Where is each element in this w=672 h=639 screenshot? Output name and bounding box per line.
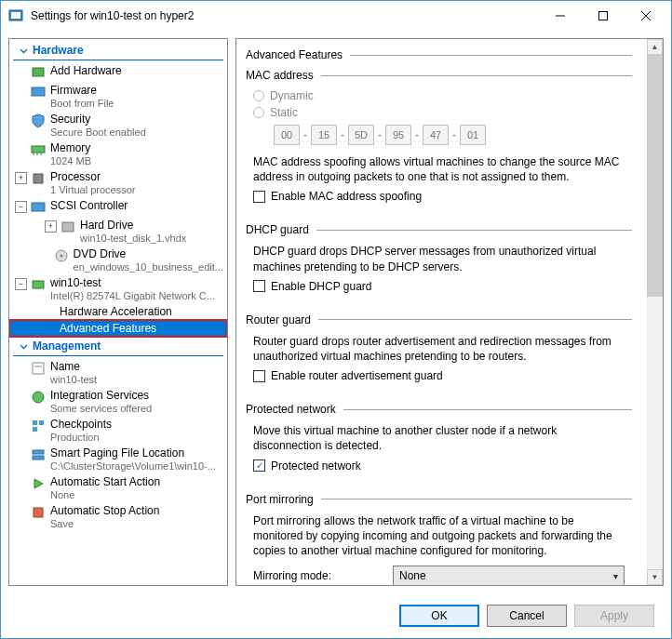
checkbox-checked-icon: ✓: [253, 459, 265, 472]
settings-sidebar[interactable]: Hardware Add Hardware FirmwareBoot from …: [8, 38, 228, 586]
mac-desc: MAC address spoofing allows virtual mach…: [253, 154, 625, 184]
add-hardware-icon: [31, 65, 46, 80]
dvd-icon: [54, 248, 69, 263]
autostart-icon: [31, 476, 46, 491]
check-dhcp-guard[interactable]: Enable DHCP guard: [253, 280, 625, 293]
item-auto-stop[interactable]: Automatic Stop ActionSave: [9, 502, 227, 531]
svg-point-20: [33, 392, 44, 403]
mirror-mode-value: None: [399, 569, 426, 582]
scroll-up-icon[interactable]: ▲: [647, 39, 663, 55]
group-router-title: Router guard: [246, 313, 318, 326]
svg-rect-23: [33, 427, 37, 432]
mac-byte-0: 00: [274, 125, 300, 145]
close-button[interactable]: [625, 2, 667, 30]
group-mac-title: MAC address: [246, 69, 321, 82]
svg-rect-22: [39, 420, 44, 425]
paging-icon: [31, 447, 46, 462]
svg-rect-17: [33, 281, 44, 288]
settings-window: Settings for win10-test on hyper2 Hardwa…: [0, 0, 672, 639]
section-hardware[interactable]: Hardware: [13, 41, 223, 60]
dhcp-desc: DHCP guard drops DHCP server messages fr…: [253, 244, 625, 273]
svg-rect-24: [33, 450, 44, 454]
hdd-icon: [60, 220, 75, 234]
mac-bytes-row: 00- 15- 5D- 95- 47- 01: [274, 125, 625, 145]
expand-icon[interactable]: +: [45, 220, 57, 233]
item-scsi-controller[interactable]: − SCSI Controller: [9, 197, 227, 217]
svg-rect-3: [599, 12, 608, 20]
item-smart-paging[interactable]: Smart Paging File LocationC:\ClusterStor…: [9, 445, 227, 473]
expand-icon[interactable]: +: [15, 172, 27, 184]
protected-desc: Move this virtual machine to another clu…: [253, 423, 625, 453]
item-processor[interactable]: + Processor1 Virtual processor: [9, 168, 227, 197]
item-advanced-features[interactable]: Advanced Features: [9, 320, 227, 337]
item-add-hardware[interactable]: Add Hardware: [9, 62, 227, 82]
mirror-mode-label: Mirroring mode:: [253, 569, 393, 582]
item-memory[interactable]: Memory1024 MB: [9, 140, 227, 168]
checkpoint-icon: [31, 419, 46, 433]
svg-rect-7: [32, 87, 45, 96]
radio-mac-static: Static: [253, 106, 625, 119]
svg-rect-27: [34, 508, 43, 517]
minimize-button[interactable]: [539, 2, 582, 30]
item-dvd-drive[interactable]: DVD Driveen_windows_10_business_edit...: [9, 246, 227, 274]
item-hard-drive[interactable]: + Hard Drivewin10-test_disk_1.vhdx: [9, 217, 227, 246]
checkbox-icon: [253, 370, 265, 382]
router-desc: Router guard drops router advertisement …: [253, 334, 625, 364]
section-management[interactable]: Management: [13, 337, 223, 356]
svg-rect-14: [62, 222, 74, 232]
check-router-guard[interactable]: Enable router advertisement guard: [253, 369, 625, 382]
svg-rect-18: [33, 363, 44, 374]
group-protected-title: Protected network: [246, 403, 343, 416]
item-checkpoints[interactable]: CheckpointsProduction: [9, 416, 227, 445]
svg-rect-8: [32, 146, 45, 153]
scroll-thumb[interactable]: [647, 55, 663, 297]
svg-rect-1: [11, 12, 20, 19]
apply-button: Apply: [574, 605, 654, 627]
ok-button[interactable]: OK: [399, 605, 479, 627]
svg-rect-6: [33, 68, 44, 76]
item-network-adapter[interactable]: − win10-testIntel(R) 82574L Gigabit Netw…: [9, 274, 227, 303]
cpu-icon: [31, 171, 46, 186]
item-auto-start[interactable]: Automatic Start ActionNone: [9, 473, 227, 502]
mac-byte-4: 47: [423, 125, 449, 145]
group-portmirror-title: Port mirroring: [246, 493, 321, 506]
check-mac-spoofing[interactable]: Enable MAC address spoofing: [253, 190, 625, 203]
scroll-down-icon[interactable]: ▼: [647, 569, 663, 585]
svg-point-16: [60, 255, 62, 258]
nic-icon: [31, 277, 46, 292]
mac-byte-5: 01: [460, 125, 486, 145]
maximize-button[interactable]: [582, 2, 625, 30]
panel-title-row: Advanced Features: [246, 48, 632, 61]
scrollbar[interactable]: ▲ ▼: [647, 39, 663, 585]
controller-icon: [31, 200, 46, 215]
dialog-footer: OK Cancel Apply: [1, 593, 671, 638]
item-firmware[interactable]: FirmwareBoot from File: [9, 82, 227, 111]
firmware-icon: [31, 85, 46, 100]
check-protected-network[interactable]: ✓ Protected network: [253, 459, 625, 473]
checkbox-icon: [253, 191, 265, 203]
portmirror-desc: Port mirroring allows the network traffi…: [253, 513, 625, 559]
svg-rect-25: [33, 456, 44, 459]
section-hardware-label: Hardware: [33, 44, 84, 57]
mirror-mode-select[interactable]: None: [393, 566, 625, 585]
content-area: Hardware Add Hardware FirmwareBoot from …: [1, 31, 671, 593]
item-integration-services[interactable]: Integration ServicesSome services offere…: [9, 387, 227, 416]
mac-byte-2: 5D: [348, 125, 374, 145]
item-security[interactable]: SecuritySecure Boot enabled: [9, 111, 227, 140]
section-management-label: Management: [33, 339, 101, 353]
details-panel: Advanced Features MAC address Dynamic St…: [235, 38, 664, 586]
panel-title: Advanced Features: [246, 48, 350, 61]
collapse-node-icon[interactable]: −: [15, 278, 27, 290]
mac-byte-1: 15: [311, 125, 337, 145]
cancel-button[interactable]: Cancel: [487, 605, 567, 627]
collapse-icon: [19, 341, 29, 352]
radio-icon: [253, 90, 264, 101]
radio-mac-dynamic: Dynamic: [253, 89, 625, 102]
collapse-node-icon[interactable]: −: [15, 201, 27, 213]
name-icon: [31, 361, 46, 376]
group-dhcp-title: DHCP guard: [246, 223, 316, 236]
item-hardware-acceleration[interactable]: Hardware Acceleration: [9, 303, 227, 320]
item-name[interactable]: Namewin10-test: [9, 358, 227, 387]
app-icon: [8, 8, 23, 23]
collapse-icon: [19, 46, 29, 56]
